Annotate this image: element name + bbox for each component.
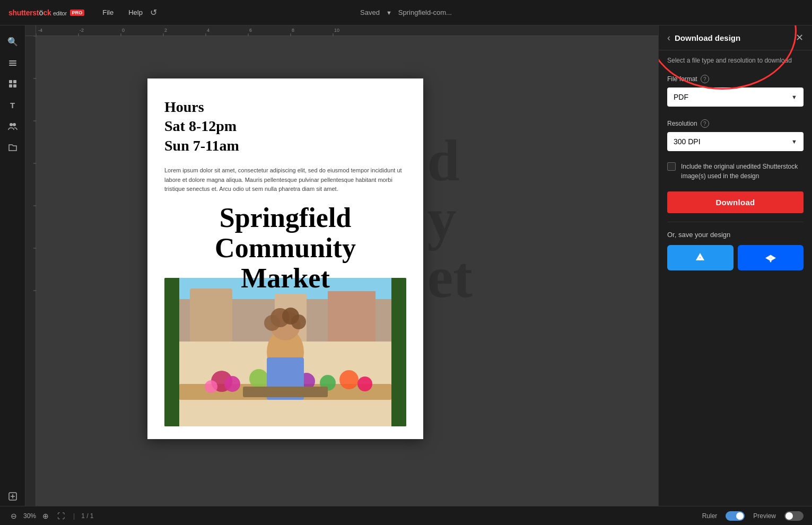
svg-point-50: [357, 377, 372, 391]
save-status: Saved: [360, 8, 380, 16]
svg-point-8: [13, 123, 16, 126]
svg-rect-3: [9, 80, 12, 83]
panel-back-button[interactable]: ‹: [667, 33, 670, 42]
resolution-section: Resolution ? 72 DPI 150 DPI 300 DPI: [659, 113, 812, 158]
canvas-area: -4 -2 0 2 4 6 8 10: [25, 25, 658, 506]
svg-rect-0: [9, 60, 16, 62]
svg-text:0: 0: [122, 28, 125, 33]
save-section-label: Or, save your design: [667, 231, 804, 239]
ruler-toggle[interactable]: [726, 511, 745, 521]
save-buttons: [667, 245, 804, 270]
gdrive-icon: [694, 251, 706, 264]
topbar-nav: File Help: [97, 6, 148, 19]
preview-toggle[interactable]: [784, 511, 804, 521]
file-format-select-wrapper: PDF PNG JPG SVG: [667, 88, 804, 107]
panel-close-button[interactable]: ✕: [796, 32, 804, 43]
bg-bleed-text: dyet: [427, 132, 473, 307]
svg-text:6: 6: [249, 28, 252, 33]
panel-header: ‹ Download design ✕: [659, 25, 812, 50]
project-name: Springfield-com...: [398, 8, 452, 16]
svg-point-56: [291, 314, 306, 329]
svg-point-45: [249, 369, 268, 388]
sidebar-item-grid[interactable]: [3, 74, 22, 93]
topbar-center: Saved ▼ Springfield-com...: [360, 8, 452, 16]
save-gdrive-button[interactable]: [667, 245, 734, 270]
include-original-checkbox[interactable]: [667, 162, 676, 171]
checkbox-row: Include the original unedited Shuttersto…: [659, 158, 812, 189]
zoom-out-button[interactable]: ⊖: [8, 511, 19, 521]
svg-rect-37: [190, 288, 232, 342]
logo-text: shutterstöck editor: [8, 8, 67, 17]
svg-text:4: 4: [207, 28, 209, 33]
annotation-container: File format ? PDF PNG JPG SVG Resolution…: [659, 68, 812, 158]
svg-text:10: 10: [334, 28, 339, 33]
app-logo: shutterstöck editor PRO: [8, 8, 84, 17]
dropbox-icon: [764, 251, 777, 264]
svg-point-7: [10, 123, 13, 126]
svg-point-44: [205, 380, 217, 393]
page-indicator: 1 / 1: [81, 512, 93, 520]
panel-subtitle: Select a file type and resolution to dow…: [659, 50, 812, 68]
doc-image: [164, 278, 406, 426]
svg-rect-2: [9, 65, 16, 66]
canvas-document: Hours Sat 8-12pm Sun 7-11am Lorem ipsum …: [147, 78, 423, 439]
file-format-label: File format ?: [667, 75, 804, 83]
left-sidebar: 🔍 T: [0, 25, 25, 506]
svg-rect-6: [13, 84, 16, 88]
resolution-help-icon[interactable]: ?: [701, 119, 709, 128]
topbar: shutterstöck editor PRO File Help ↺ Save…: [0, 0, 812, 25]
doc-title: Springfield Community Market: [164, 203, 406, 294]
undo-button[interactable]: ↺: [148, 5, 159, 20]
pro-badge: PRO: [70, 10, 85, 16]
svg-text:-2: -2: [80, 28, 84, 33]
sidebar-item-people[interactable]: [3, 117, 22, 136]
preview-label: Preview: [753, 512, 776, 520]
right-panel: ‹ Download design ✕ Select a file type a…: [658, 25, 812, 506]
sidebar-item-text[interactable]: T: [3, 95, 22, 115]
zoom-in-button[interactable]: ⊕: [40, 511, 51, 521]
save-dropbox-button[interactable]: [738, 245, 804, 270]
resolution-label: Resolution ?: [667, 119, 804, 128]
svg-rect-58: [243, 387, 328, 397]
doc-image-bg: [164, 278, 406, 426]
help-menu[interactable]: Help: [123, 6, 148, 19]
bottom-bar-right: Ruler Preview: [702, 511, 804, 521]
sidebar-item-folder[interactable]: [3, 138, 22, 157]
file-format-help-icon[interactable]: ?: [701, 75, 709, 83]
svg-rect-1: [9, 63, 16, 64]
fit-to-screen-button[interactable]: ⛶: [55, 511, 67, 521]
ruler-corner: [25, 25, 36, 36]
svg-text:-4: -4: [38, 28, 42, 33]
sidebar-item-search[interactable]: 🔍: [3, 32, 22, 51]
doc-lorem-text: Lorem ipsum dolor sit amet, consectetur …: [164, 166, 406, 194]
doc-hours: Hours Sat 8-12pm Sun 7-11am: [164, 98, 406, 155]
ruler-vertical: [25, 25, 36, 506]
bottom-bar-left: ⊖ 30% ⊕ ⛶ | 1 / 1: [8, 511, 94, 521]
file-menu[interactable]: File: [97, 6, 119, 19]
svg-point-55: [264, 315, 280, 331]
sidebar-item-add[interactable]: [3, 487, 22, 506]
svg-point-49: [339, 370, 359, 389]
ruler-label: Ruler: [702, 512, 718, 520]
ruler-horizontal: -4 -2 0 2 4 6 8 10: [25, 25, 658, 36]
svg-rect-4: [13, 80, 16, 83]
download-button[interactable]: Download: [667, 191, 804, 213]
panel-header-left: ‹ Download design: [667, 33, 740, 42]
svg-point-59: [770, 261, 771, 262]
checkbox-label-text: Include the original unedited Shuttersto…: [681, 162, 804, 181]
file-format-select[interactable]: PDF PNG JPG SVG: [667, 88, 804, 107]
svg-text:8: 8: [292, 28, 294, 33]
sidebar-item-layers[interactable]: [3, 53, 22, 72]
resolution-select-wrapper: 72 DPI 150 DPI 300 DPI: [667, 132, 804, 151]
svg-text:2: 2: [164, 28, 167, 33]
panel-title: Download design: [675, 33, 740, 42]
bottom-bar: ⊖ 30% ⊕ ⛶ | 1 / 1 Ruler Preview: [0, 506, 812, 525]
svg-point-43: [224, 376, 240, 392]
svg-rect-5: [9, 84, 12, 88]
svg-rect-39: [328, 291, 376, 342]
file-format-section: File format ? PDF PNG JPG SVG: [659, 68, 812, 113]
main-layout: 🔍 T: [0, 25, 812, 506]
save-section: Or, save your design: [659, 222, 812, 279]
resolution-select[interactable]: 72 DPI 150 DPI 300 DPI: [667, 132, 804, 151]
zoom-level: 30%: [23, 512, 36, 520]
